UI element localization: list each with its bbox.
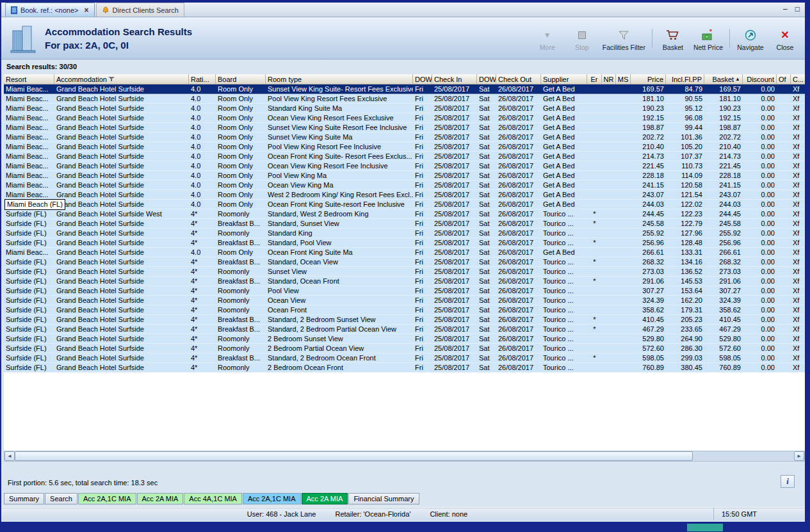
close-button[interactable]: ✕ Close [768, 24, 802, 52]
table-row[interactable]: Surfside (FL)Grand Beach Hotel Surfside4… [4, 315, 805, 325]
horizontal-scrollbar[interactable]: ◄ ► [4, 451, 805, 462]
table-row[interactable]: Surfside (FL)Grand Beach Hotel Surfside4… [4, 286, 805, 296]
more-button[interactable]: ▼ More [530, 24, 565, 52]
column-header-check_in[interactable]: Check In [432, 74, 477, 85]
table-row[interactable]: Miami Beac...Grand Beach Hotel Surfside4… [4, 161, 805, 171]
nett-price-button[interactable]: * Nett Price [690, 24, 726, 52]
column-header-board[interactable]: Board [216, 74, 266, 85]
basket-button[interactable]: Basket [656, 24, 690, 52]
cell-check_in: 25/08/2017 [432, 344, 477, 353]
facilities-filter-button[interactable]: Facilities Filter [599, 24, 649, 52]
bottom-tab-acc-2a-1c-mia[interactable]: Acc 2A,1C MIA [243, 493, 301, 504]
column-header-dow_in[interactable]: DOW [413, 74, 432, 85]
cell-ms [616, 219, 631, 229]
column-header-price[interactable]: Price [631, 74, 666, 85]
cell-er: * [587, 353, 602, 363]
filter-icon[interactable] [108, 76, 115, 82]
minimize-icon[interactable]: – [783, 4, 788, 13]
info-button[interactable]: i [781, 475, 795, 488]
scroll-left-button[interactable]: ◄ [4, 451, 15, 461]
scroll-right-button[interactable]: ► [794, 451, 804, 461]
bottom-tab-summary[interactable]: Summary [4, 493, 44, 504]
table-row[interactable]: Miami Beac...Grand Beach Hotel Surfside4… [4, 200, 805, 209]
column-header-ms[interactable]: MS [616, 74, 631, 85]
cell-accommodation: Grand Beach Hotel Surfside [54, 200, 189, 209]
table-row[interactable]: Miami Beac...Grand Beach Hotel Surfside4… [4, 104, 805, 113]
table-row[interactable]: Surfside (FL)Grand Beach Hotel Surfside4… [4, 267, 805, 277]
cell-room_type: Standard, West 2 Bedroom King [266, 209, 413, 219]
column-header-basket[interactable]: Basket▲ [704, 74, 743, 85]
table-row[interactable]: Miami Beac...Grand Beach Hotel Surfside4… [4, 133, 805, 142]
bottom-tab-search[interactable]: Search [45, 493, 77, 504]
column-header-dow_out[interactable]: DOW [477, 74, 496, 85]
table-row[interactable]: Miami Beac...Grand Beach Hotel Surfside4… [4, 85, 805, 94]
bottom-tab-acc-2a-mia[interactable]: Acc 2A MIA [137, 493, 184, 504]
table-row[interactable]: Miami Beac...Grand Beach Hotel Surfside4… [4, 123, 805, 133]
cell-basket: 245.58 [704, 219, 743, 229]
scrollbar-thumb[interactable] [15, 451, 693, 461]
cell-check_out: 26/08/2017 [496, 190, 541, 200]
cell-supplier: Tourico ... [541, 257, 587, 267]
table-row[interactable]: Surfside (FL)Grand Beach Hotel Surfside4… [4, 238, 805, 248]
bottom-tab-acc-2a-1c-mia[interactable]: Acc 2A,1C MIA [78, 493, 136, 504]
table-row[interactable]: Surfside (FL)Grand Beach Hotel Surfside … [4, 209, 805, 219]
table-row[interactable]: Surfside (FL)Grand Beach Hotel Surfside4… [4, 296, 805, 305]
column-header-supplier[interactable]: Supplier [541, 74, 587, 85]
cell-incl_fl_pp: 114.09 [666, 171, 704, 181]
cell-rating: 4* [189, 344, 216, 353]
scrollbar-track[interactable] [15, 451, 794, 461]
column-header-discount[interactable]: Discount [743, 74, 777, 85]
column-header-resort[interactable]: Resort [4, 74, 54, 85]
table-row[interactable]: Surfside (FL)Grand Beach Hotel Surfside4… [4, 229, 805, 238]
close-tab-icon[interactable]: × [85, 6, 89, 14]
table-row[interactable]: Surfside (FL)Grand Beach Hotel Surfside4… [4, 257, 805, 267]
table-row[interactable]: Surfside (FL)Grand Beach Hotel Surfside4… [4, 219, 805, 229]
table-row[interactable]: Miami Beac...Grand Beach Hotel Surfside4… [4, 94, 805, 104]
table-row[interactable]: Miami Beac...Grand Beach Hotel Surfside4… [4, 181, 805, 190]
cell-board: Roomonly [216, 334, 266, 344]
table-row[interactable]: Miami Beac...Grand Beach Hotel Surfside4… [4, 171, 805, 181]
table-row[interactable]: Surfside (FL)Grand Beach Hotel Surfside4… [4, 334, 805, 344]
table-row[interactable]: Surfside (FL)Grand Beach Hotel Surfside4… [4, 305, 805, 315]
column-header-of[interactable]: Of [777, 74, 791, 85]
table-row[interactable]: Surfside (FL)Grand Beach Hotel Surfside4… [4, 325, 805, 334]
column-header-nr[interactable]: NR [602, 74, 616, 85]
cell-board: Breakfast B... [216, 353, 266, 363]
column-header-check_out[interactable]: Check Out [496, 74, 541, 85]
bottom-tab-acc-4a-1c-mia[interactable]: Acc 4A,1C MIA [184, 493, 242, 504]
column-label: DOW [415, 76, 432, 83]
table-row[interactable]: Miami Beac...Grand Beach Hotel Surfside4… [4, 113, 805, 123]
column-header-accommodation[interactable]: Accommodation [54, 74, 189, 85]
table-row[interactable]: Surfside (FL)Grand Beach Hotel Surfside4… [4, 344, 805, 353]
table-row[interactable]: Miami Beac...Grand Beach Hotel Surfside4… [4, 142, 805, 152]
tab-direct-clients-search[interactable]: Direct Clients Search [96, 3, 184, 17]
bottom-tab-financial-summary[interactable]: Financial Summary [348, 493, 419, 504]
cell-accommodation: Grand Beach Hotel Surfside [54, 315, 189, 325]
cell-supplier: Tourico ... [541, 296, 587, 305]
column-header-er[interactable]: Er [587, 74, 602, 85]
navigate-button[interactable]: Navigate [733, 24, 768, 52]
table-row[interactable]: Miami Beac...Grand Beach Hotel Surfside4… [4, 152, 805, 161]
cell-rating: 4.0 [189, 104, 216, 113]
bottom-tab-acc-2a-mia[interactable]: Acc 2A MIA [302, 493, 348, 504]
table-row[interactable]: Surfside (FL)Grand Beach Hotel Surfside4… [4, 363, 805, 373]
column-header-cu[interactable]: C... [791, 74, 805, 85]
column-header-room_type[interactable]: Room type [266, 74, 413, 85]
maximize-icon[interactable]: □ [795, 4, 800, 13]
cell-rating: 4* [189, 363, 216, 373]
table-row[interactable]: Miami Beac...Grand Beach Hotel Surfside4… [4, 190, 805, 200]
cell-price: 202.72 [631, 133, 666, 142]
tab-booking-ref[interactable]: Book. ref.: <none> × [5, 3, 95, 17]
cell-supplier: Get A Bed [541, 171, 587, 181]
column-header-rating[interactable]: Rati... [189, 74, 216, 85]
table-row[interactable]: Surfside (FL)Grand Beach Hotel Surfside4… [4, 353, 805, 363]
status-retailer: Retailer: 'Ocean-Florida' [335, 510, 410, 518]
stop-button[interactable]: Stop [565, 24, 599, 52]
column-header-incl_fl_pp[interactable]: Incl.Fl.PP [666, 74, 704, 85]
cell-check_in: 25/08/2017 [432, 113, 477, 123]
cell-room_type: Standard, Sunset View [266, 219, 413, 229]
table-row[interactable]: Surfside (FL)Grand Beach Hotel Surfside4… [4, 277, 805, 286]
table-row[interactable]: Miami Beac...Grand Beach Hotel Surfside4… [4, 248, 805, 257]
cell-incl_fl_pp: 122.23 [666, 209, 704, 219]
cell-resort: Miami Beac... [4, 85, 54, 94]
